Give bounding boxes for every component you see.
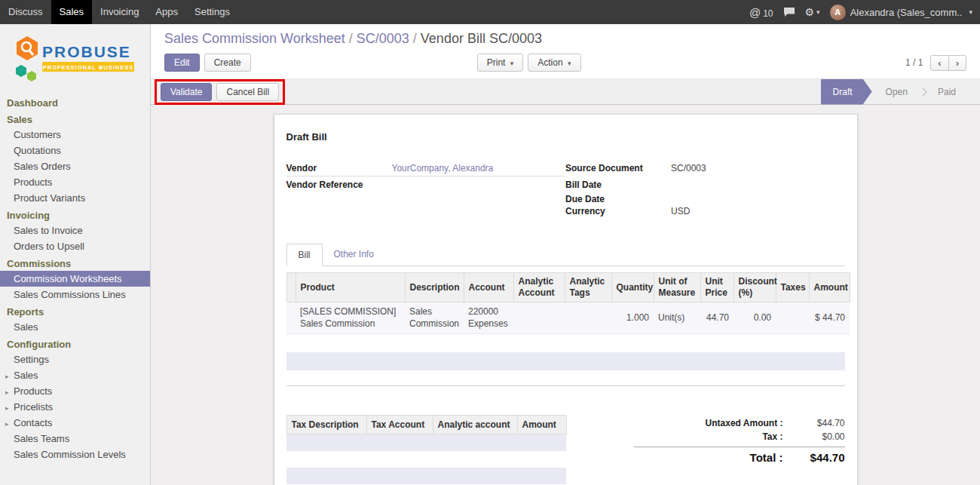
- list-bottom-border: [286, 385, 845, 386]
- expand-arrow-icon: ▸: [5, 403, 9, 414]
- pager-previous-button[interactable]: ‹: [930, 55, 948, 71]
- sidebar-item-products[interactable]: Products: [0, 174, 150, 190]
- sidebar-item-quotations[interactable]: Quotations: [0, 143, 150, 158]
- cell-analytic-tags: [565, 302, 611, 334]
- tax-table-header-row: Tax Description Tax Account Analytic acc…: [286, 416, 566, 434]
- nav-sales[interactable]: Sales: [51, 0, 93, 24]
- cell-product: [SALES COMMISSION] Sales Commission: [296, 302, 405, 334]
- company-logo: PROBUSE PROFESSIONAL BUSINESS: [0, 24, 150, 94]
- empty-list-row: [286, 334, 845, 352]
- nav-apps[interactable]: Apps: [147, 0, 186, 24]
- cell-quantity: 1.000: [611, 302, 654, 334]
- sidebar-section-configuration[interactable]: Configuration: [0, 335, 150, 351]
- invoice-line-row[interactable]: [SALES COMMISSION] Sales Commission Sale…: [286, 302, 850, 334]
- sidebar-section-sales[interactable]: Sales: [0, 110, 150, 127]
- col-amount: Amount: [809, 273, 850, 302]
- svg-text:PROBUSE: PROBUSE: [42, 43, 131, 60]
- due-date-field-row: Due Date: [565, 191, 845, 205]
- col-unit-price: Unit Price: [700, 273, 733, 302]
- sidebar-item-commission-worksheets[interactable]: Commission Worksheets: [0, 271, 150, 287]
- mentions-button[interactable]: @ 10: [749, 6, 773, 19]
- untaxed-amount-label: Untaxed Amount :: [706, 418, 783, 428]
- cancel-bill-button[interactable]: Cancel Bill: [216, 83, 279, 101]
- form-right-column: Source Document SC/0003 Bill Date Due Da…: [565, 162, 845, 219]
- debug-menu-button[interactable]: ⚙ ▾: [805, 6, 820, 18]
- user-menu[interactable]: A Alexandra (Sales_comm.. ▾: [830, 5, 972, 20]
- state-open: Open: [872, 79, 921, 105]
- source-document-label: Source Document: [565, 163, 671, 173]
- expand-arrow-icon: ▸: [5, 371, 9, 382]
- sidebar-item-customers[interactable]: Customers: [0, 127, 150, 143]
- action-dropdown-button[interactable]: Action ▾: [528, 54, 580, 72]
- cell-analytic-account: [513, 302, 565, 334]
- cell-description: Sales Commission: [405, 302, 464, 334]
- totals-divider: [634, 447, 845, 447]
- sidebar-item-reports-sales[interactable]: Sales: [0, 319, 150, 335]
- sidebar-item-config-settings[interactable]: Settings: [0, 351, 150, 367]
- due-date-label: Due Date: [565, 194, 671, 204]
- tab-other-info[interactable]: Other Info: [323, 244, 385, 266]
- currency-field-row: Currency USD: [565, 205, 845, 219]
- mention-count: 10: [763, 8, 773, 19]
- tax-total-label: Tax :: [762, 431, 782, 442]
- tax-row: Tax : $0.00: [634, 430, 845, 444]
- sidebar-section-invoicing[interactable]: Invoicing: [0, 206, 150, 223]
- empty-tax-row: [286, 451, 566, 468]
- pager: 1 / 1 ‹ ›: [905, 55, 966, 71]
- sidebar: PROBUSE PROFESSIONAL BUSINESS Dashboard …: [0, 24, 151, 485]
- cell-taxes: [776, 302, 809, 334]
- nav-settings[interactable]: Settings: [186, 0, 238, 24]
- row-handle: [286, 302, 296, 334]
- handle-column-header: [286, 273, 296, 302]
- col-tax-analytic-account: Analytic account: [433, 416, 517, 434]
- vendor-value-link[interactable]: YourCompany, Alexandra: [392, 163, 494, 173]
- sidebar-item-sales-commissions-lines[interactable]: Sales Commissions Lines: [0, 287, 150, 302]
- status-bar: Validate Cancel Bill Draft Open Paid: [151, 78, 980, 105]
- sidebar-section-reports[interactable]: Reports: [0, 302, 150, 319]
- tax-total-value: $0.00: [783, 431, 845, 442]
- tax-and-totals-section: Tax Description Tax Account Analytic acc…: [286, 415, 845, 484]
- validate-button[interactable]: Validate: [161, 83, 212, 101]
- gear-icon: ⚙: [805, 6, 815, 18]
- invoice-lines-table: Product Description Account Analytic Acc…: [286, 272, 850, 334]
- sidebar-item-config-products[interactable]: ▸Products: [0, 383, 150, 399]
- sidebar-item-dashboard[interactable]: Dashboard: [0, 94, 150, 110]
- tab-bill[interactable]: Bill: [286, 244, 323, 266]
- sidebar-item-product-variants[interactable]: Product Variants: [0, 190, 150, 206]
- chat-bubble-icon: [783, 7, 795, 17]
- empty-list-row: [286, 370, 845, 385]
- cell-discount: 0.00: [733, 302, 776, 334]
- sidebar-item-orders-to-upsell[interactable]: Orders to Upsell: [0, 238, 150, 254]
- sidebar-item-config-pricelists[interactable]: ▸Pricelists: [0, 399, 150, 415]
- breadcrumb-record-link[interactable]: SC/0003: [357, 31, 409, 46]
- sidebar-item-sales-to-invoice[interactable]: Sales to Invoice: [0, 223, 150, 238]
- sidebar-section-commissions[interactable]: Commissions: [0, 254, 150, 271]
- sidebar-item-sales-orders[interactable]: Sales Orders: [0, 158, 150, 174]
- sidebar-item-label: Sales: [14, 370, 38, 381]
- chevron-down-icon: ▾: [969, 8, 972, 16]
- sidebar-item-sales-commission-levels[interactable]: Sales Commission Levels: [0, 447, 150, 462]
- print-dropdown-button[interactable]: Print ▾: [477, 54, 524, 72]
- bill-date-field-row: Bill Date: [565, 177, 845, 191]
- col-quantity: Quantity: [611, 273, 654, 302]
- sidebar-item-config-sales[interactable]: ▸Sales: [0, 367, 150, 383]
- pager-next-button[interactable]: ›: [949, 55, 966, 71]
- sidebar-item-sales-teams[interactable]: Sales Teams: [0, 431, 150, 447]
- messages-button[interactable]: [783, 7, 795, 17]
- col-tax-account: Tax Account: [366, 416, 433, 434]
- col-analytic-tags: Analytic Tags: [565, 273, 611, 302]
- bill-date-label: Bill Date: [565, 180, 671, 190]
- sidebar-item-config-contacts[interactable]: ▸Contacts: [0, 415, 150, 431]
- nav-invoicing[interactable]: Invoicing: [92, 0, 147, 24]
- invoice-lines-header-row: Product Description Account Analytic Acc…: [286, 273, 850, 302]
- notebook-tabs: Bill Other Info: [286, 244, 845, 266]
- nav-discuss[interactable]: Discuss: [0, 0, 51, 24]
- col-description: Description: [405, 273, 464, 302]
- user-name: Alexandra (Sales_comm..: [850, 7, 963, 18]
- edit-button[interactable]: Edit: [164, 54, 200, 72]
- create-button[interactable]: Create: [204, 54, 251, 72]
- breadcrumb: Sales Commission Worksheet/SC/0003/Vendo…: [164, 31, 980, 47]
- vendor-reference-field-row: Vendor Reference: [286, 177, 566, 191]
- avatar: A: [830, 5, 846, 20]
- breadcrumb-worksheet-link[interactable]: Sales Commission Worksheet: [164, 31, 345, 46]
